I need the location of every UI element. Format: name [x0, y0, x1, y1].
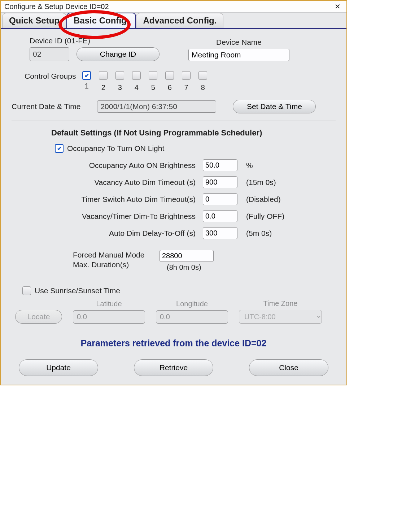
titlebar: Configure & Setup Device ID=02 ✕ — [1, 1, 346, 13]
control-group-number: 8 — [198, 83, 207, 92]
setting-label: Vacancy/Timer Dim-To Brightness — [55, 212, 196, 221]
setting-field-1[interactable] — [203, 176, 237, 188]
control-groups-label: Control Groups — [25, 71, 76, 81]
control-group-number: 2 — [99, 83, 108, 92]
device-id-label: Device ID (01-FE) — [30, 36, 160, 45]
setting-field-0[interactable] — [203, 159, 237, 171]
window-title: Configure & Setup Device ID=02 — [4, 3, 109, 11]
setting-field-4[interactable] — [203, 227, 237, 239]
datetime-label: Current Date & Time — [12, 102, 80, 111]
control-group-checkbox-6[interactable] — [165, 71, 174, 80]
setting-suffix: % — [246, 161, 300, 170]
control-group-number: 1 — [82, 82, 91, 90]
control-group-checkbox-7[interactable] — [182, 71, 191, 80]
control-group-number: 6 — [165, 83, 174, 92]
tab-quick-setup[interactable]: Quick Setup — [2, 13, 66, 28]
defaults-grid: Occupancy Auto ON Brightness%Vacancy Aut… — [55, 159, 336, 239]
latitude-label: Latitude — [96, 300, 122, 308]
setting-suffix: (5m 0s) — [246, 229, 300, 238]
occupancy-on-checkbox[interactable]: ✔ — [55, 144, 64, 153]
close-button[interactable]: Close — [249, 359, 328, 376]
tabs: Quick Setup Basic Config. Advanced Confi… — [1, 13, 346, 29]
forced-duration-field[interactable] — [160, 250, 214, 262]
setting-label: Occupancy Auto ON Brightness — [55, 161, 196, 170]
control-group-checkbox-3[interactable] — [115, 71, 124, 80]
forced-label-1: Forced Manual Mode — [73, 250, 152, 260]
set-datetime-button[interactable]: Set Date & Time — [233, 100, 316, 113]
control-group-checkbox-5[interactable] — [149, 71, 157, 80]
forced-duration-hint: (8h 0m 0s) — [167, 263, 214, 272]
use-sunrise-checkbox[interactable] — [22, 286, 31, 295]
datetime-field — [97, 100, 216, 113]
tab-basic-config[interactable]: Basic Config. — [66, 13, 136, 28]
longitude-field[interactable] — [156, 310, 228, 324]
longitude-label: Longitude — [176, 300, 208, 308]
control-group-checkbox-4[interactable] — [132, 71, 141, 80]
update-button[interactable]: Update — [19, 359, 98, 376]
control-group-checkbox-2[interactable] — [99, 71, 108, 80]
use-sunrise-label: Use Sunrise/Sunset Time — [35, 286, 120, 295]
setting-field-2[interactable] — [203, 193, 237, 205]
timezone-label: Time Zone — [263, 299, 298, 308]
setting-field-3[interactable] — [203, 210, 237, 222]
locate-button[interactable]: Locate — [15, 310, 62, 324]
change-id-button[interactable]: Change ID — [77, 47, 160, 61]
config-window: Configure & Setup Device ID=02 ✕ Quick S… — [0, 0, 347, 385]
occupancy-on-label: Occupancy To Turn ON Light — [67, 144, 164, 153]
control-group-number: 5 — [149, 83, 157, 92]
close-icon[interactable]: ✕ — [332, 2, 343, 11]
setting-label: Auto Dim Delay-To-Off (s) — [55, 229, 196, 238]
control-groups-list: ✔12345678 — [82, 71, 207, 92]
retrieve-button[interactable]: Retrieve — [134, 359, 213, 376]
setting-suffix: (Disabled) — [246, 195, 300, 204]
control-group-number: 7 — [182, 83, 191, 92]
control-group-number: 4 — [132, 83, 141, 92]
control-group-number: 3 — [115, 83, 124, 92]
tab-advanced-config[interactable]: Advanced Config. — [136, 13, 223, 28]
control-group-checkbox-8[interactable] — [198, 71, 207, 80]
device-id-field — [30, 47, 69, 61]
setting-label: Timer Switch Auto Dim Timeout(s) — [55, 195, 196, 204]
setting-label: Vacancy Auto Dim Timeout (s) — [55, 178, 196, 187]
status-message: Parameters retrieved from the device ID=… — [12, 338, 336, 349]
forced-label-2: Max. Duration(s) — [73, 260, 152, 269]
setting-suffix: (Fully OFF) — [246, 212, 300, 221]
timezone-select[interactable]: UTC-8:00 — [239, 310, 322, 324]
control-group-checkbox-1[interactable]: ✔ — [82, 71, 91, 80]
defaults-title: Default Settings (If Not Using Programma… — [51, 128, 336, 138]
device-name-label: Device Name — [188, 38, 289, 47]
device-name-field[interactable] — [188, 49, 289, 61]
setting-suffix: (15m 0s) — [246, 178, 300, 187]
latitude-field[interactable] — [73, 310, 145, 324]
